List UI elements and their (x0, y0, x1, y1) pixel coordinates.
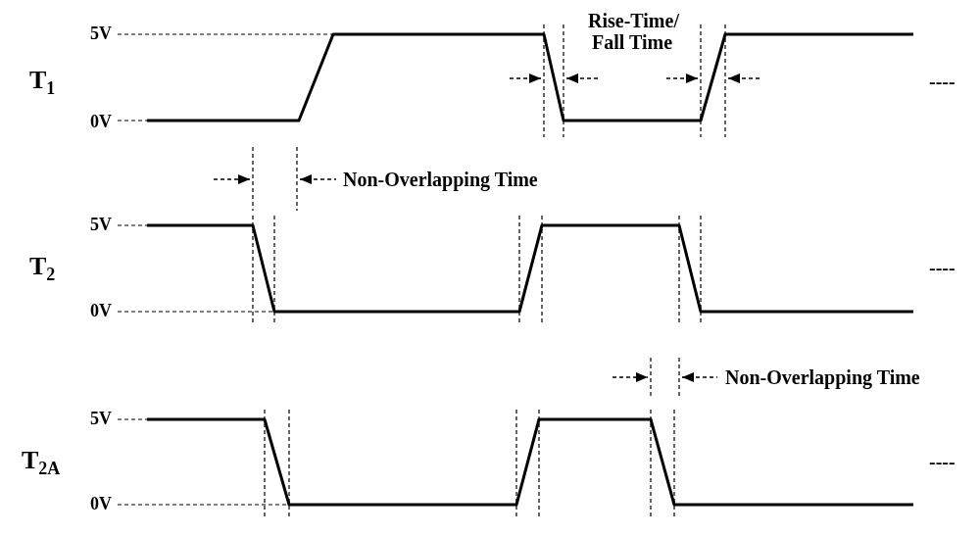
signal-label-t1: T1 (29, 66, 55, 98)
non-overlap-annotation-left: Non-Overlapping Time (214, 147, 538, 211)
signal-label-t2: T2 (29, 252, 55, 284)
svg-text:Rise-Time/: Rise-Time/ (588, 10, 679, 31)
level-0v: 0V (90, 494, 112, 513)
signal-t2: T2 5V 0V ---- (29, 215, 956, 323)
level-0v: 0V (90, 112, 112, 131)
signal-t2a: T2A 5V 0V ---- (22, 409, 956, 516)
rise-fall-annotation: Rise-Time/ Fall Time (510, 10, 760, 137)
level-5v: 5V (90, 409, 112, 428)
level-5v: 5V (90, 215, 112, 234)
svg-text:Fall Time: Fall Time (592, 31, 672, 53)
continuation-dots: ---- (929, 71, 956, 92)
svg-text:Non-Overlapping Time: Non-Overlapping Time (343, 169, 538, 191)
level-0v: 0V (90, 301, 112, 320)
svg-text:Non-Overlapping Time: Non-Overlapping Time (725, 366, 920, 389)
signal-label-t2a: T2A (22, 446, 60, 478)
signal-t1: T1 5V 0V ---- (29, 24, 956, 131)
timing-diagram: T1 5V 0V ---- Rise-Time/ Fall Time (0, 0, 980, 536)
svg-text:----: ---- (929, 257, 956, 278)
level-5v: 5V (90, 24, 112, 43)
svg-text:----: ---- (929, 451, 956, 472)
non-overlap-annotation-right: Non-Overlapping Time (612, 358, 920, 397)
